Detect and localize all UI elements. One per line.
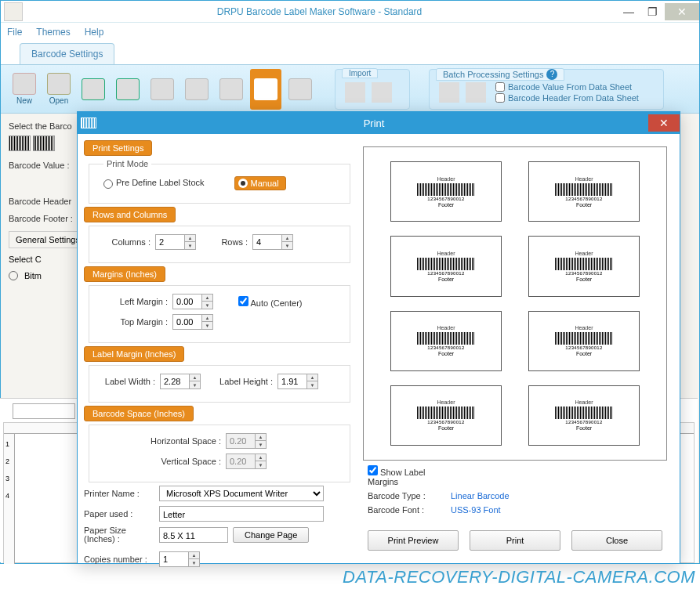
spin-up-icon[interactable]: ▲: [307, 374, 317, 381]
spin-up-icon[interactable]: ▲: [190, 374, 200, 381]
rows-input[interactable]: [253, 235, 281, 249]
ribbon-btn-7[interactable]: [216, 69, 247, 110]
general-settings-tab[interactable]: General Settings: [9, 231, 87, 248]
left-margin-input[interactable]: [173, 294, 201, 309]
tab-barcode-settings[interactable]: Barcode Settings: [20, 43, 114, 64]
ribbon-print[interactable]: [250, 69, 281, 110]
left-margin-spinner[interactable]: ▲▼: [172, 294, 213, 309]
barcode-preview-icon: [417, 183, 475, 196]
auto-checkbox[interactable]: Auto (Center): [238, 296, 302, 308]
dialog-close-button[interactable]: ✕: [648, 114, 680, 132]
spin-down-icon[interactable]: ▼: [185, 242, 195, 249]
label-height-input[interactable]: [278, 374, 306, 388]
label-width-input[interactable]: [161, 374, 189, 388]
rows-spinner[interactable]: ▲▼: [252, 234, 293, 250]
barcode-sample-icon[interactable]: [33, 136, 55, 151]
top-margin-input[interactable]: [173, 315, 201, 329]
spin-up-icon[interactable]: ▲: [282, 235, 292, 242]
spin-up-icon: ▲: [256, 434, 266, 441]
preview-label: Header1234567890012Footer: [528, 385, 640, 446]
excel-batch-icon[interactable]: [439, 82, 459, 103]
label-height-spinner[interactable]: ▲▼: [277, 374, 318, 389]
batch-group: Batch Processing Settings? Barcode Value…: [429, 69, 664, 110]
ribbon-btn-9[interactable]: [285, 69, 316, 110]
ribbon-btn-4[interactable]: [112, 69, 143, 110]
top-margin-spinner[interactable]: ▲▼: [172, 314, 213, 330]
vertical-ruler: 1 2 3 4: [4, 434, 15, 564]
hspace-input: [227, 434, 255, 448]
spin-down-icon[interactable]: ▼: [307, 381, 317, 388]
change-page-button[interactable]: Change Page: [233, 527, 309, 543]
generic-icon: [185, 78, 209, 100]
print-settings-header: Print Settings: [84, 140, 152, 156]
canvas-tab[interactable]: [13, 403, 75, 419]
help-icon[interactable]: ?: [546, 69, 557, 80]
barcode-preview-icon: [555, 407, 613, 419]
label-width-spinner[interactable]: ▲▼: [160, 374, 201, 389]
barcode-space-header: Barcode Space (Inches): [84, 406, 194, 421]
chk-barcode-value[interactable]: Barcode Value From Data Sheet: [495, 82, 639, 92]
maximize-button[interactable]: ❐: [641, 3, 663, 20]
ribbon-save[interactable]: [78, 69, 109, 110]
dialog-title: Print: [100, 117, 648, 129]
menu-help[interactable]: Help: [85, 27, 104, 38]
close-button[interactable]: ✕: [665, 3, 699, 20]
new-icon: [13, 73, 36, 95]
menu-themes[interactable]: Themes: [36, 27, 70, 38]
radio-manual-label[interactable]: Manual: [234, 176, 286, 190]
radio-predefine-label[interactable]: Pre Define Label Stock: [103, 178, 205, 188]
close-button[interactable]: Close: [571, 530, 662, 551]
spin-up-icon[interactable]: ▲: [189, 552, 199, 559]
paper-used-field: Letter: [159, 506, 324, 522]
spin-down-icon[interactable]: ▼: [190, 381, 200, 388]
barcode-preview-icon: [555, 332, 613, 345]
titlebar: DRPU Barcode Label Maker Software - Stan…: [1, 1, 699, 23]
show-margins-checkbox[interactable]: Show Label Margins: [368, 465, 446, 486]
ribbon-btn-5[interactable]: [147, 69, 178, 110]
rows-cols-header: Rows and Columns: [84, 207, 176, 222]
text-batch-icon[interactable]: [466, 82, 486, 103]
import-group: Import: [335, 69, 410, 110]
paper-size-field: 8.5 X 11: [159, 527, 228, 543]
print-mode-legend: Print Mode: [103, 159, 151, 168]
barcode-preview-icon: [417, 258, 475, 270]
spin-down-icon[interactable]: ▼: [189, 559, 199, 566]
spin-up-icon[interactable]: ▲: [202, 294, 212, 302]
barcode-sample-icon[interactable]: [9, 136, 31, 151]
preview-label: Header1234567890012Footer: [528, 311, 640, 371]
export-icon: [219, 78, 243, 100]
barcode-preview-icon: [417, 332, 475, 345]
hspace-spinner: ▲▼: [226, 433, 267, 449]
print-button[interactable]: Print: [470, 530, 560, 551]
barcode-font-link[interactable]: USS-93 Font: [451, 505, 501, 515]
menu-file[interactable]: File: [7, 27, 22, 38]
vspace-input: [227, 454, 255, 468]
open-icon: [47, 73, 71, 95]
ribbon-open[interactable]: Open: [43, 69, 74, 110]
ribbon-new[interactable]: New: [9, 69, 40, 110]
copies-input[interactable]: [160, 552, 188, 566]
chk-barcode-header[interactable]: Barcode Header From Data Sheet: [495, 93, 639, 103]
saveas-icon: [116, 78, 140, 100]
vspace-spinner: ▲▼: [226, 453, 267, 469]
columns-input[interactable]: [156, 235, 184, 249]
excel-import-icon[interactable]: [345, 82, 365, 103]
ribbon-btn-6[interactable]: [181, 69, 212, 110]
printer-select[interactable]: Microsoft XPS Document Writer: [159, 486, 324, 501]
minimize-button[interactable]: —: [618, 3, 640, 20]
barcode-type-link[interactable]: Linear Barcode: [451, 491, 510, 500]
copies-spinner[interactable]: ▲▼: [159, 551, 200, 567]
columns-spinner[interactable]: ▲▼: [155, 234, 196, 250]
spin-up-icon: ▲: [256, 454, 266, 461]
print-preview-button[interactable]: Print Preview: [368, 530, 459, 551]
barcode-preview-icon: [417, 407, 475, 419]
preview-label: Header1234567890012Footer: [390, 236, 502, 296]
list-import-icon[interactable]: [372, 82, 392, 103]
margins-header: Margins (Inches): [84, 266, 165, 282]
spin-down-icon[interactable]: ▼: [282, 242, 292, 249]
dialog-titlebar: Print ✕: [78, 112, 680, 134]
spin-up-icon[interactable]: ▲: [185, 235, 195, 242]
spin-up-icon[interactable]: ▲: [202, 315, 212, 322]
spin-down-icon[interactable]: ▼: [202, 322, 212, 329]
spin-down-icon[interactable]: ▼: [202, 302, 212, 309]
